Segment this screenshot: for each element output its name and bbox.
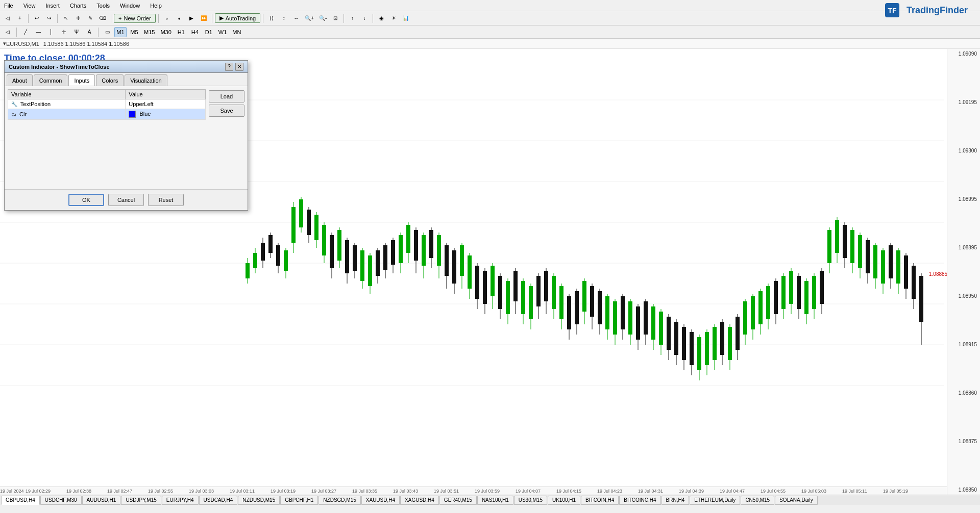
toolbar-c1[interactable]: ⟨⟩	[266, 13, 277, 24]
tab-bitcoin[interactable]: BITCOIN,H4	[581, 496, 619, 505]
toolbar-c6[interactable]: ⊡	[330, 13, 341, 24]
svg-rect-134	[713, 327, 717, 360]
draw-text[interactable]: A	[84, 27, 95, 38]
toolbar-b3[interactable]: ▶	[186, 13, 197, 24]
date-20: 19 Jul 05:03	[801, 489, 826, 494]
tab-bitcoinc[interactable]: BITCOINC,H4	[619, 496, 660, 505]
menu-insert[interactable]: Insert	[43, 2, 62, 10]
toolbar-crosshair[interactable]: ✛	[72, 13, 84, 24]
draw-rec[interactable]: ▭	[102, 27, 113, 38]
draw-cursor2[interactable]: ✛	[58, 27, 69, 38]
tf-m15[interactable]: M15	[142, 27, 157, 37]
new-order-button[interactable]: + New Order	[114, 14, 156, 23]
toolbar-c5[interactable]: 🔍-	[317, 13, 329, 24]
tab-us30[interactable]: US30,M15	[514, 496, 547, 505]
tf-w1[interactable]: W1	[216, 27, 229, 37]
tab-brn[interactable]: BRN,H4	[662, 496, 690, 505]
tab-gbpchf[interactable]: GBPCHF,H1	[280, 496, 318, 505]
toolbar-e1[interactable]: ◉	[376, 13, 387, 24]
svg-rect-48	[383, 245, 387, 270]
param-row-textposition[interactable]: 🔧 TextPosition UpperLeft	[8, 99, 206, 109]
menu-view[interactable]: View	[21, 2, 38, 10]
dialog-tab-visualization[interactable]: Visualization	[125, 74, 167, 86]
svg-rect-40	[353, 245, 357, 271]
tab-cn50[interactable]: CN50,M15	[741, 496, 774, 505]
tab-usdchf[interactable]: USDCHF,M30	[40, 496, 82, 505]
param-row-clr[interactable]: 🗂 Clr Blue	[8, 109, 206, 120]
tf-h4[interactable]: H4	[189, 27, 201, 37]
tab-xauusd[interactable]: XAUUSD,H4	[361, 496, 400, 505]
draw-fib[interactable]: Ψ	[71, 27, 82, 38]
menu-file[interactable]: File	[2, 2, 15, 10]
price-6: 1.08950	[948, 293, 979, 299]
toolbar-arrow[interactable]: ◁	[2, 13, 13, 24]
toolbar-d1[interactable]: ↑	[347, 13, 358, 24]
save-button[interactable]: Save	[209, 105, 244, 117]
symbol-name: EURUSD,M1	[6, 41, 39, 47]
tab-ethereum[interactable]: ETHEREUM,Daily	[690, 496, 740, 505]
toolbar-d2[interactable]: ↓	[359, 13, 370, 24]
menu-charts[interactable]: Charts	[68, 2, 88, 10]
tab-eurjpy[interactable]: EURJPY,H4	[162, 496, 199, 505]
toolbar-pencil[interactable]: ✎	[85, 13, 96, 24]
load-button[interactable]: Load	[209, 90, 244, 102]
tab-gbpusd[interactable]: GBPUSD,H4	[1, 496, 40, 505]
tab-nas100[interactable]: NAS100,H1	[477, 496, 513, 505]
tab-nzdsgd[interactable]: NZDSGD,M15	[318, 496, 360, 505]
tf-m5[interactable]: M5	[128, 27, 140, 37]
svg-rect-78	[498, 276, 502, 309]
dialog-close-button[interactable]: ✕	[235, 63, 243, 71]
tf-mn[interactable]: MN	[230, 27, 243, 37]
svg-rect-114	[636, 306, 640, 340]
autotrading-button[interactable]: ▶ AutoTrading	[215, 13, 261, 23]
toolbar-c2[interactable]: ↕	[278, 13, 289, 24]
tab-nzdusd[interactable]: NZDUSD,M15	[238, 496, 280, 505]
reset-button[interactable]: Reset	[148, 194, 184, 206]
toolbar-b4[interactable]: ⏩	[198, 13, 209, 24]
logo-text: TradingFinder	[904, 4, 970, 17]
tab-usdcad[interactable]: USDCAD,H4	[199, 496, 238, 505]
svg-rect-54	[406, 225, 410, 253]
cancel-button[interactable]: Cancel	[108, 194, 144, 206]
toolbar-c3[interactable]: ↔	[290, 13, 302, 24]
toolbar-c4[interactable]: 🔍+	[303, 13, 316, 24]
dialog-tab-common[interactable]: Common	[34, 74, 68, 86]
menu-window[interactable]: Window	[118, 2, 142, 10]
draw-arrow-left[interactable]: ◁	[2, 27, 13, 38]
dialog-tab-about[interactable]: About	[7, 74, 33, 86]
menu-tools[interactable]: Tools	[94, 2, 112, 10]
date-6: 19 Jul 03:11	[230, 489, 255, 494]
svg-rect-74	[483, 271, 487, 304]
toolbar-b1[interactable]: ⬦	[161, 13, 173, 24]
toolbar-b2[interactable]: ⬧	[174, 13, 185, 24]
toolbar-new[interactable]: +	[14, 13, 26, 24]
svg-rect-82	[513, 271, 518, 301]
draw-hline[interactable]: —	[33, 27, 44, 38]
toolbar-e2[interactable]: ☀	[388, 13, 399, 24]
tf-d1[interactable]: D1	[203, 27, 215, 37]
dialog-tab-colors[interactable]: Colors	[96, 74, 124, 86]
draw-line[interactable]: ╱	[20, 27, 31, 38]
toolbar-eraser[interactable]: ⌫	[97, 13, 108, 24]
toolbar-cursor[interactable]: ↖	[60, 13, 71, 24]
tab-uk100[interactable]: UK100,H1	[548, 496, 580, 505]
dialog-tab-inputs[interactable]: Inputs	[68, 74, 95, 86]
tab-usdjpy[interactable]: USDJPY,M15	[121, 496, 161, 505]
tab-solana[interactable]: SOLANA,Daily	[775, 496, 818, 505]
draw-vline[interactable]: │	[45, 27, 57, 38]
tab-audusd[interactable]: AUDUSD,H1	[82, 496, 121, 505]
svg-rect-12	[246, 263, 250, 278]
tab-xagusd[interactable]: XAGUSD,H4	[400, 496, 439, 505]
toolbar-back[interactable]: ↩	[31, 13, 42, 24]
menu-help[interactable]: Help	[148, 2, 164, 10]
toolbar-sep1	[28, 14, 29, 23]
tf-m1[interactable]: M1	[114, 27, 127, 37]
tab-ger40[interactable]: GER40,M15	[439, 496, 477, 505]
ok-button[interactable]: OK	[68, 194, 104, 206]
dialog-bottom-buttons: OK Cancel Reset	[5, 189, 248, 210]
toolbar-e3[interactable]: 📊	[400, 13, 411, 24]
tf-h1[interactable]: H1	[175, 27, 187, 37]
tf-m30[interactable]: M30	[158, 27, 173, 37]
dialog-help-button[interactable]: ?	[225, 63, 233, 71]
toolbar-fwd[interactable]: ↪	[43, 13, 55, 24]
